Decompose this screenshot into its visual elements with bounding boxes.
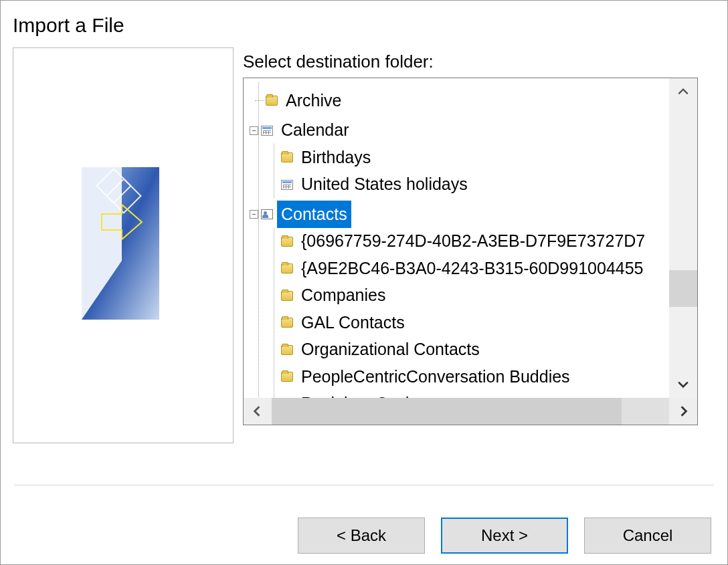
scroll-up-button[interactable] [669, 78, 697, 105]
tree-item-recipient-cache[interactable]: Recipient Cache [281, 390, 669, 399]
tree-item-guid2[interactable]: {A9E2BC46-B3A0-4243-B315-60D991004455 [281, 255, 669, 282]
folder-icon [281, 372, 293, 382]
separator [14, 485, 714, 485]
collapse-toggle[interactable]: − [250, 126, 258, 135]
folder-icon [281, 263, 293, 273]
tree-item-pcc[interactable]: PeopleCentricConversation Buddies [281, 363, 669, 390]
wizard-art-icon [82, 167, 159, 320]
next-button[interactable]: Next > [441, 518, 568, 554]
tree-item-label: Contacts [277, 201, 351, 229]
tree-item-label: PeopleCentricConversation Buddies [297, 363, 574, 391]
scroll-down-button[interactable] [669, 371, 697, 398]
tree-item-guid1[interactable]: {06967759-274D-40B2-A3EB-D7F9E73727D7 [281, 228, 669, 255]
vertical-scrollbar[interactable] [669, 78, 697, 398]
chevron-right-icon [678, 405, 690, 417]
wizard-art-pane [13, 47, 234, 443]
folder-icon [281, 291, 293, 301]
scroll-track[interactable] [272, 398, 669, 425]
contacts-icon [261, 209, 273, 219]
tree-item-label: {A9E2BC46-B3A0-4243-B315-60D991004455 [297, 255, 648, 283]
folder-icon [266, 96, 278, 106]
folder-icon [281, 152, 293, 162]
calendar-icon [261, 126, 273, 136]
tree-item-archive[interactable]: Archive [259, 82, 669, 114]
back-button[interactable]: < Back [298, 518, 425, 554]
folder-icon [281, 318, 293, 328]
tree-item-gal[interactable]: GAL Contacts [281, 309, 669, 336]
tree-item-label: Birthdays [297, 144, 375, 172]
tree-item-us-holidays[interactable]: United States holidays [281, 171, 669, 199]
import-wizard-dialog: Import a File [0, 0, 728, 565]
tree-item-label: Organizational Contacts [297, 336, 484, 364]
tree-item-companies[interactable]: Companies [281, 282, 669, 310]
scroll-thumb[interactable] [272, 398, 622, 425]
cancel-button[interactable]: Cancel [584, 518, 711, 554]
tree-item-birthdays[interactable]: Birthdays [281, 144, 669, 171]
chevron-down-icon [677, 378, 689, 390]
instruction-label: Select destination folder: [243, 51, 715, 72]
scroll-left-button[interactable] [244, 398, 270, 425]
tree-item-label: Recipient Cache [297, 390, 428, 398]
folder-tree[interactable]: Archive − Calendar [243, 78, 698, 425]
scroll-track[interactable] [669, 105, 697, 371]
tree-item-label: Archive [282, 87, 345, 115]
scroll-right-button[interactable] [670, 398, 697, 425]
collapse-toggle[interactable]: − [250, 210, 258, 219]
horizontal-scrollbar[interactable] [244, 398, 697, 425]
calendar-icon [281, 180, 293, 190]
tree-item-label: Calendar [277, 116, 353, 144]
tree-item-org[interactable]: Organizational Contacts [281, 336, 669, 364]
tree-item-label: United States holidays [297, 171, 472, 199]
folder-icon [281, 237, 293, 247]
folder-icon [281, 345, 293, 355]
scroll-thumb[interactable] [669, 270, 697, 308]
tree-item-contacts[interactable]: − Contacts {06967759-274D-40B2-A3EB-D7F9… [259, 198, 669, 398]
tree-item-label: Companies [297, 281, 389, 310]
tree-item-label: {06967759-274D-40B2-A3EB-D7F9E73727D7 [297, 227, 649, 255]
dialog-title: Import a File [1, 1, 727, 41]
tree-item-label: GAL Contacts [297, 309, 409, 337]
tree-item-calendar[interactable]: − Calendar Birthdays [259, 114, 669, 199]
chevron-up-icon [677, 86, 689, 98]
chevron-left-icon [251, 405, 263, 417]
